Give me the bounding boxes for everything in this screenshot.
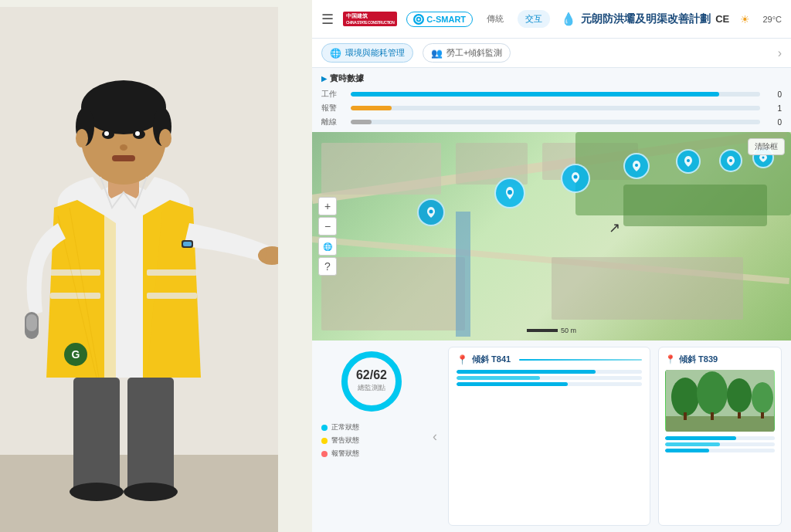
map-marker-6[interactable] [719,149,742,172]
location-bar-bg-t841-1 [457,370,642,374]
realtime-title: 實時數據 [321,73,782,84]
nav-tab-traditional[interactable]: 傳統 [479,10,511,28]
svg-point-43 [345,354,399,408]
location-bar-t841-1 [457,370,642,374]
svg-rect-49 [684,412,687,420]
csmart-text: C-SMART [426,15,466,24]
person-background: G [0,0,332,532]
svg-point-41 [762,156,765,158]
legend-item-normal: 正常狀態 [321,422,422,432]
location-name-t841: 傾斜 T841 [472,354,511,365]
legend-dot-warning [321,438,328,444]
map-zoom-in[interactable]: + [318,197,337,215]
svg-point-11 [135,131,140,136]
nav-title-icon: 💧 [561,12,576,26]
map-marker-1[interactable] [417,198,445,226]
svg-rect-28 [127,378,174,493]
sub-nav-env[interactable]: 🌐 環境與能耗管理 [321,43,413,63]
svg-point-54 [752,382,773,413]
sub-nav-labor[interactable]: 👥 勞工+傾斜監測 [423,43,511,63]
top-nav: ☰ 中国建筑 CHINA STATE CONSTRUCTION C-SMART … [312,0,791,39]
map-marker-bubble-6 [719,149,742,172]
svg-rect-47 [666,416,774,432]
svg-text:62/62: 62/62 [356,368,387,381]
realtime-bar-work-fill [351,92,719,97]
env-icon: 🌐 [330,48,341,59]
legend-dot-alarm [321,451,328,457]
realtime-value-work: 0 [766,90,782,99]
sub-nav-arrow[interactable]: › [778,46,782,60]
map-help[interactable]: ? [318,257,337,276]
bottom-gauge-panel: 62/62 總監測點 正常狀態 警告狀態 報警狀態 [321,347,422,526]
nav-tab-interactive[interactable]: 交互 [518,10,550,28]
cscec-logo-text: 中国建筑 [346,13,394,19]
realtime-row-work: 工作 0 [321,89,782,100]
location-card-t841: 📍 傾斜 T841 [448,347,650,526]
realtime-value-alarm: 1 [766,104,782,113]
map-globe[interactable]: 🌐 [318,237,337,256]
cscec-logo-subtext: CHINA STATE CONSTRUCTION [346,20,394,25]
svg-point-10 [104,131,109,136]
map-clear-btn[interactable]: 清除框 [748,138,785,155]
map-marker-bubble-2 [494,178,525,208]
legend-item-warning: 警告狀態 [321,435,422,446]
svg-point-37 [574,175,578,178]
location-header-t841: 📍 傾斜 T841 [457,354,642,365]
map-marker-3[interactable] [561,164,590,193]
cscec-logo: 中国建筑 CHINA STATE CONSTRUCTION [343,12,397,25]
map-marker-2[interactable] [494,178,525,208]
map-controls: + − 🌐 ? [318,197,337,276]
realtime-value-offline: 0 [766,118,782,127]
svg-rect-17 [147,269,197,276]
map-marker-4[interactable] [623,153,650,179]
legend-label-alarm: 報警狀態 [331,449,359,459]
location-bar-bg-t841-3 [457,382,642,386]
svg-rect-26 [26,314,37,331]
image-card-t839: 📍 傾斜 T839 [658,347,782,526]
location-bar-fill-t841-2 [457,376,540,380]
tree-image [665,370,775,432]
map-marker-5[interactable] [676,149,701,174]
svg-rect-27 [73,378,120,493]
svg-point-38 [635,164,638,167]
legend-label-normal: 正常狀態 [331,422,359,432]
realtime-bar-offline-bg [351,120,760,124]
sub-nav-env-label: 環境與能耗管理 [345,47,405,59]
svg-point-29 [70,483,124,501]
realtime-bar-work-bg [351,92,760,97]
menu-icon[interactable]: ☰ [321,11,334,28]
location-bars-t839 [665,436,775,452]
labor-icon: 👥 [431,48,443,59]
svg-point-48 [671,378,699,416]
cscec-logo-box: 中国建筑 CHINA STATE CONSTRUCTION [343,12,397,25]
svg-point-14 [76,129,88,147]
legend-items: 正常狀態 警告狀態 報警狀態 [321,422,422,459]
svg-point-30 [124,483,178,501]
location-bar-t839-3 [665,449,775,452]
location-bar-bg-t839-3 [665,449,775,452]
realtime-bar-alarm-fill [351,106,392,110]
svg-rect-13 [112,155,135,161]
realtime-bar-alarm-bg [351,106,760,110]
bottom-section: 62/62 總監測點 正常狀態 警告狀態 報警狀態 [312,341,791,532]
realtime-label-work: 工作 [321,89,345,100]
map-marker-bubble-4 [623,153,650,179]
legend-dot-normal [321,425,328,431]
person-figure: G [0,7,278,532]
scroll-left-indicator[interactable]: ‹ [429,347,440,526]
svg-rect-55 [761,412,764,418]
svg-rect-32 [183,242,192,246]
csmart-icon [413,14,424,25]
weather-icon: ☀ [740,13,750,25]
nav-title: 💧 元朗防洪壩及明渠改善計劃 CE [556,12,734,26]
svg-text:G: G [72,348,80,361]
location-bar-fill-t841-1 [457,370,596,374]
svg-rect-19 [147,293,197,299]
map-marker-bubble-1 [417,198,445,226]
realtime-label-offline: 離線 [321,117,345,127]
svg-point-52 [727,378,752,412]
map-zoom-out[interactable]: − [318,217,337,236]
dashboard-panel: ☰ 中国建筑 CHINA STATE CONSTRUCTION C-SMART … [312,0,791,532]
map-section: + − 🌐 ? 50 m 清除框 ↗ [312,132,791,341]
svg-point-39 [687,159,690,162]
